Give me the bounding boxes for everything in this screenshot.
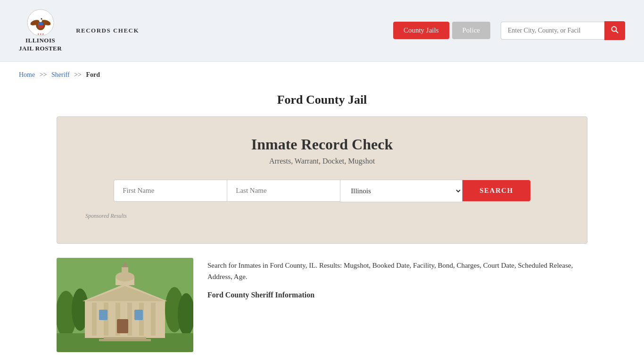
svg-rect-34 [117,319,128,333]
svg-rect-20 [92,303,97,336]
police-button[interactable]: Police [452,22,491,39]
first-name-input[interactable] [114,180,227,202]
svg-line-12 [616,31,619,33]
breadcrumb-sep1: >> [40,71,47,78]
page-title-section: Ford County Jail [0,88,644,116]
svg-rect-9 [38,23,43,25]
svg-rect-25 [151,303,156,336]
svg-rect-32 [99,310,107,320]
svg-rect-36 [99,339,151,341]
bottom-text: Search for Inmates in Ford County, IL. R… [207,258,587,303]
bottom-content: Search for Inmates in Ford County, IL. R… [0,258,644,362]
header-search-input[interactable] [501,22,604,40]
search-icon [611,26,619,33]
inmate-search-button[interactable]: SEARCH [462,180,530,201]
svg-point-5 [41,18,42,20]
site-logo[interactable]: ★ ★ ★ ILLINOIS JAIL ROSTER [19,8,62,53]
courthouse-image [57,258,193,352]
svg-rect-33 [134,310,143,320]
header-nav: County Jails Police [393,21,625,40]
breadcrumb-sheriff[interactable]: Sheriff [51,71,70,78]
county-jails-button[interactable]: County Jails [393,22,449,39]
inmate-search-title: Inmate Record Check [85,136,559,153]
logo-text: ILLINOIS JAIL ROSTER [19,37,62,53]
header-search-button[interactable] [604,21,625,40]
last-name-input[interactable] [227,180,340,202]
page-title: Ford County Jail [19,93,625,107]
state-select[interactable]: AlabamaAlaskaArizonaArkansasCaliforniaCo… [340,180,462,202]
svg-point-11 [612,26,617,31]
svg-text:★ ★ ★: ★ ★ ★ [37,33,44,35]
breadcrumb-home[interactable]: Home [19,71,35,78]
header: ★ ★ ★ ILLINOIS JAIL ROSTER RECORDS CHECK… [0,0,644,62]
breadcrumb-sep2: >> [74,71,82,78]
bottom-section-heading: Ford County Sheriff Information [207,289,587,301]
header-search-bar [501,21,625,40]
bottom-description: Search for Inmates in Ford County, IL. R… [207,260,587,282]
inmate-search-fields: AlabamaAlaskaArizonaArkansasCaliforniaCo… [85,180,559,202]
breadcrumb: Home >> Sheriff >> Ford [0,62,644,88]
breadcrumb-current: Ford [86,71,100,78]
illinois-seal-icon: ★ ★ ★ [26,8,55,37]
courthouse-svg [57,258,193,352]
inmate-search-box: Inmate Record Check Arrests, Warrant, Do… [57,116,587,244]
records-check-link[interactable]: RECORDS CHECK [76,27,139,34]
svg-rect-30 [122,267,128,278]
sponsored-label: Sponsored Results [85,213,559,220]
inmate-search-subtitle: Arrests, Warrant, Docket, Mugshot [85,157,559,165]
